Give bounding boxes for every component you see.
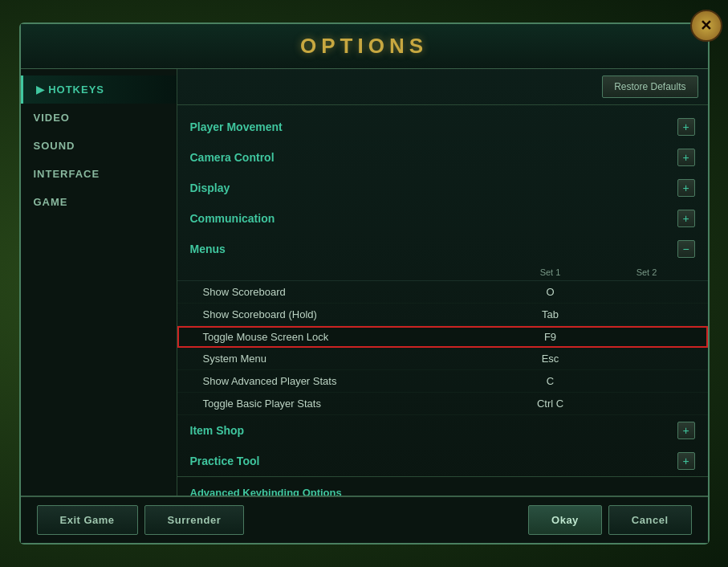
keybind-action-system-menu: System Menu bbox=[203, 353, 502, 365]
section-display-expand[interactable]: + bbox=[677, 179, 695, 197]
keybind-header-action bbox=[190, 267, 502, 277]
keybind-action-show-scoreboard-hold: Show Scoreboard (Hold) bbox=[203, 308, 502, 320]
keybind-row-show-advanced-player-stats: Show Advanced Player Stats C bbox=[177, 370, 708, 393]
modal-body: HOTKEYS VIDEO SOUND INTERFACE GAME Res bbox=[21, 69, 708, 496]
keybind-row-show-scoreboard-hold: Show Scoreboard (Hold) Tab bbox=[177, 304, 708, 326]
okay-button[interactable]: Okay bbox=[528, 505, 602, 535]
keybind-row-system-menu: System Menu Esc bbox=[177, 348, 708, 370]
sidebar-item-interface[interactable]: INTERFACE bbox=[21, 160, 177, 188]
section-practice-tool-title: Practice Tool bbox=[190, 455, 260, 467]
keybind-header-set2: Set 2 bbox=[599, 267, 695, 277]
section-camera-control-expand[interactable]: + bbox=[677, 149, 695, 166]
content-header: Restore Defaults bbox=[177, 69, 708, 105]
section-menus[interactable]: Menus − bbox=[177, 234, 708, 264]
content-scroll[interactable]: Player Movement + Camera Control + Displ… bbox=[177, 105, 708, 496]
keybind-value-show-scoreboard-set1[interactable]: O bbox=[502, 286, 599, 298]
section-player-movement-expand[interactable]: + bbox=[677, 118, 695, 136]
keybind-header: Set 1 Set 2 bbox=[177, 264, 708, 281]
sidebar-item-label: SOUND bbox=[34, 140, 75, 152]
section-player-movement[interactable]: Player Movement + bbox=[177, 112, 708, 142]
sidebar-item-label: INTERFACE bbox=[34, 168, 100, 180]
keybind-value-toggle-basic-player-stats-set1[interactable]: Ctrl C bbox=[502, 398, 599, 410]
keybind-action-toggle-mouse-screen-lock: Toggle Mouse Screen Lock bbox=[203, 331, 502, 343]
modal-title: OPTIONS bbox=[300, 34, 428, 58]
modal-overlay: OPTIONS ✕ HOTKEYS VIDEO SOUND INTERFACE bbox=[19, 22, 710, 545]
section-item-shop-title: Item Shop bbox=[190, 424, 245, 437]
section-item-shop-expand[interactable]: + bbox=[677, 422, 695, 439]
sidebar-item-sound[interactable]: SOUND bbox=[21, 132, 177, 160]
keybind-row-show-scoreboard: Show Scoreboard O bbox=[177, 281, 708, 304]
sidebar-item-game[interactable]: GAME bbox=[21, 188, 177, 216]
section-communication[interactable]: Communication + bbox=[177, 203, 708, 234]
section-menus-expand[interactable]: − bbox=[677, 240, 695, 258]
keybind-header-set1: Set 1 bbox=[502, 267, 599, 277]
keybind-action-toggle-basic-player-stats: Toggle Basic Player Stats bbox=[203, 398, 502, 410]
keybind-action-show-scoreboard: Show Scoreboard bbox=[203, 286, 502, 298]
section-display[interactable]: Display + bbox=[177, 173, 708, 203]
section-communication-expand[interactable]: + bbox=[677, 210, 695, 227]
exit-game-button[interactable]: Exit Game bbox=[37, 505, 138, 535]
advanced-keybinding-title: Advanced Keybinding Options bbox=[190, 487, 695, 496]
section-display-title: Display bbox=[190, 182, 230, 194]
keybind-value-toggle-mouse-screen-lock-set1[interactable]: F9 bbox=[502, 331, 599, 343]
sidebar: HOTKEYS VIDEO SOUND INTERFACE GAME bbox=[21, 69, 177, 496]
content-area: Restore Defaults Player Movement + Camer… bbox=[177, 69, 708, 496]
keybind-row-toggle-mouse-screen-lock: Toggle Mouse Screen Lock F9 bbox=[177, 326, 708, 348]
section-player-movement-title: Player Movement bbox=[190, 120, 283, 133]
sidebar-item-video[interactable]: VIDEO bbox=[21, 104, 177, 132]
keybind-value-system-menu-set1[interactable]: Esc bbox=[502, 353, 599, 365]
restore-defaults-button[interactable]: Restore Defaults bbox=[602, 75, 697, 98]
section-camera-control-title: Camera Control bbox=[190, 151, 275, 164]
surrender-button[interactable]: Surrender bbox=[144, 505, 245, 535]
section-communication-title: Communication bbox=[190, 212, 275, 225]
advanced-keybinding-section: Advanced Keybinding Options Bind auto at… bbox=[177, 476, 708, 496]
keybind-value-show-advanced-player-stats-set1[interactable]: C bbox=[502, 375, 599, 387]
section-item-shop[interactable]: Item Shop + bbox=[177, 415, 708, 446]
section-menus-title: Menus bbox=[190, 243, 226, 255]
keybind-row-toggle-basic-player-stats: Toggle Basic Player Stats Ctrl C bbox=[177, 393, 708, 415]
section-practice-tool[interactable]: Practice Tool + bbox=[177, 446, 708, 476]
sidebar-item-label: GAME bbox=[34, 196, 68, 208]
section-practice-tool-expand[interactable]: + bbox=[677, 452, 695, 470]
close-button[interactable]: ✕ bbox=[690, 10, 722, 42]
sidebar-item-label: VIDEO bbox=[34, 112, 70, 124]
keybind-action-show-advanced-player-stats: Show Advanced Player Stats bbox=[203, 375, 502, 387]
modal-title-bar: OPTIONS ✕ bbox=[21, 24, 708, 69]
cancel-button[interactable]: Cancel bbox=[608, 505, 692, 535]
sidebar-item-label: HOTKEYS bbox=[48, 84, 104, 96]
section-camera-control[interactable]: Camera Control + bbox=[177, 142, 708, 173]
sidebar-item-hotkeys[interactable]: HOTKEYS bbox=[21, 75, 177, 104]
options-modal: OPTIONS ✕ HOTKEYS VIDEO SOUND INTERFACE bbox=[19, 22, 710, 545]
modal-footer: Exit Game Surrender Okay Cancel bbox=[21, 496, 708, 543]
keybind-value-show-scoreboard-hold-set1[interactable]: Tab bbox=[502, 308, 599, 320]
